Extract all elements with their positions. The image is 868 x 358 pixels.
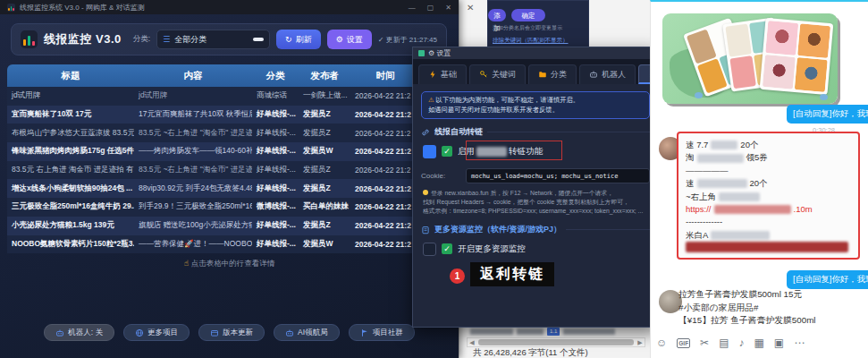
- image-icon[interactable]: ▦: [754, 337, 764, 349]
- censored-text: [711, 141, 737, 149]
- red-highlight-box: [466, 141, 562, 160]
- table-cell: 锋味派黑猪肉烤肉烤肠175g 任选5件...: [7, 142, 134, 161]
- table-cell: 发掘员W: [299, 235, 350, 254]
- tab-分类[interactable]: 分类: [528, 64, 577, 84]
- table-row[interactable]: 宜而爽船袜了10双 17元17元宜而爽船袜了共10双 秋季恒后石...好单线报-…: [7, 106, 420, 124]
- robot-icon: [589, 70, 598, 81]
- table-cell: 2026-04-22 21:2: [350, 161, 420, 180]
- table-row[interactable]: 小壳泌尿处方猫粮1.5kg 139元旗舰店 赠送吃100g小壳泌尿处方猫粮...…: [7, 217, 420, 235]
- message-text: 速: [686, 177, 695, 190]
- warning-icon: ⚠: [428, 96, 434, 104]
- toggle-checkbox[interactable]: [423, 145, 436, 158]
- message-line: 速20个: [686, 177, 851, 190]
- emoji-icon[interactable]: ☺: [656, 337, 667, 349]
- footer-button-x[interactable]: 版本更新: [198, 324, 265, 341]
- close-icon[interactable]: ✕: [467, 3, 474, 13]
- exclude-keywords-link[interactable]: 排除关键词（匹配则不显示）: [493, 37, 589, 45]
- censored-link: [686, 242, 848, 252]
- message-line: 米白A: [686, 229, 851, 242]
- toggle-checkbox[interactable]: [423, 243, 436, 256]
- table-cell: 发掘员Z: [299, 124, 350, 142]
- table-row[interactable]: 三元极致全脂250ml*16盒纯牛奶 29...到手29.9！三元极致全脂250…: [7, 198, 420, 217]
- scroll-right-icon[interactable]: ▶: [636, 338, 645, 346]
- table-cell: 好单线报-...: [252, 142, 299, 161]
- tab-机器人[interactable]: 机器人: [579, 64, 636, 84]
- message-text: 米白A: [686, 229, 708, 242]
- table-cell: 好单线报-...: [252, 124, 299, 142]
- blurred-text: [517, 328, 544, 335]
- footer-button-x[interactable]: 更多项目: [123, 324, 190, 341]
- chat-window: [自动回复]你好，我现 0:30:28 速 7.720个淘领5券—————速20…: [650, 0, 868, 358]
- more-icon[interactable]: ⋯: [794, 337, 805, 349]
- category-label: 分类:: [133, 34, 150, 45]
- file-icon[interactable]: ▤: [719, 337, 729, 349]
- settings-button[interactable]: ⚙设置: [327, 30, 372, 49]
- message-line: ~右上角: [686, 191, 851, 203]
- decor-pebble: [695, 92, 703, 98]
- table-cell: 88vip30.92元 到手24包无敌签4.48...: [134, 179, 252, 198]
- table-row[interactable]: NOOBO氨糖软骨素钙片150粒*2瓶3...——营养保健🚀进！——NOOBO …: [7, 235, 420, 254]
- column-header: 内容: [134, 64, 252, 87]
- sticker-sheet: [760, 18, 834, 95]
- spark-icon: [428, 70, 437, 81]
- table-cell: 发掘员Z: [299, 161, 350, 180]
- window-icon: [418, 50, 425, 56]
- footer-button-x[interactable]: 机器人: 关: [44, 324, 114, 341]
- maximize-icon[interactable]: ▢: [427, 4, 434, 12]
- product-image[interactable]: [662, 13, 838, 104]
- horizontal-scrollbar[interactable]: ◀ ▶: [467, 337, 645, 347]
- table-body: jd试用牌jd试用牌商城综话一剑陕上做...2026-04-22 21:2宜而爽…: [7, 87, 420, 253]
- scroll-left-icon[interactable]: ◀: [468, 338, 476, 346]
- table-header: 标题内容分类发布者时间: [7, 64, 420, 87]
- category-dropdown[interactable]: ☰ 全部分类: [156, 30, 270, 49]
- box-icon: [210, 328, 219, 337]
- censored-text: [719, 192, 760, 201]
- screenshot-icon[interactable]: ✂: [700, 337, 709, 349]
- more-resources-toggle-row: ✓ 开启更多资源监控: [423, 240, 650, 258]
- confirm-button[interactable]: 确定: [511, 9, 545, 21]
- main-window: 线报监控系统 V3.0 - 网购库 & 对话监测 — ▢ ✕ 线报监控 V3.0…: [0, 0, 459, 358]
- tab-label: 分类: [551, 69, 567, 81]
- message-text: 淘: [686, 151, 695, 164]
- screen: ✕ 1.1 ◀ ▶ 共 26,428,426 字节(11 个文件) 添加 确定 …: [0, 0, 868, 358]
- table-row[interactable]: jd试用牌jd试用牌商城综话一剑陕上做...2026-04-22 21:2: [7, 87, 420, 106]
- message-line: https://.10m: [686, 203, 851, 216]
- table-cell: 发掘员Z: [299, 217, 350, 235]
- screen-share-icon[interactable]: ▣: [774, 337, 784, 349]
- table-cell: 商城综话: [252, 87, 299, 106]
- list-icon: ☰: [163, 35, 170, 44]
- gif-icon[interactable]: GIF: [677, 338, 690, 348]
- refresh-button[interactable]: ↻刷新: [276, 30, 321, 49]
- table-cell: 2026-04-22 21:2: [350, 124, 420, 142]
- link-icon: [421, 128, 430, 137]
- dialog-titlebar: ⚙ 设置: [413, 47, 658, 59]
- table-cell: 83.5元 右上角进 淘金币 进足迹拍 有...: [7, 161, 134, 180]
- minimize-icon[interactable]: —: [409, 4, 416, 12]
- footer-button-AIx[interactable]: AI领航局: [274, 324, 340, 341]
- add-button[interactable]: 添加: [488, 9, 506, 21]
- column-header: 标题: [7, 64, 134, 87]
- close-icon[interactable]: ✕: [445, 4, 451, 12]
- table-cell: 83.5元 ~右上角进 "淘金币" 进足迹...: [134, 161, 252, 180]
- voice-icon[interactable]: ♪: [739, 337, 745, 349]
- column-header: 分类: [252, 64, 299, 87]
- blurred-text: [563, 328, 615, 335]
- table-row[interactable]: 锋味派黑猪肉烤肉烤肠175g 任选5件...——烤肉烤肠发车——领140-60补…: [7, 142, 420, 161]
- section-auto-link: 线报自动转链: [421, 126, 650, 138]
- deal-text-message: 拉芳鱼子酱膏护发膜500ml 15元 #小卖部の家居用品# 【¥15】拉芳 鱼子…: [678, 288, 816, 328]
- table-row[interactable]: 增达x线条小狗柔韧软抽90抽24包 ...88vip30.92元 到手24包无敌…: [7, 179, 420, 198]
- footer-button-x[interactable]: 项目社群: [349, 324, 415, 341]
- table-row[interactable]: 布根坞山宁参冰悠大豆蔻凉拔 83.5元83.5元 ~右上角进 "淘金币" 进足迹…: [7, 124, 420, 142]
- censored-text: [697, 179, 747, 188]
- scrollbar-thumb[interactable]: [478, 339, 634, 345]
- footer-button-label: 项目社群: [373, 328, 403, 338]
- tab-label: 基础: [441, 69, 457, 81]
- lightbulb-icon: [423, 190, 428, 195]
- tab-关键词[interactable]: 关键词: [469, 64, 526, 84]
- tab-基础[interactable]: 基础: [418, 64, 467, 84]
- folder-icon: [538, 70, 547, 81]
- blurred-text: [470, 328, 513, 335]
- table-row[interactable]: 83.5元 右上角进 淘金币 进足迹拍 有...83.5元 ~右上角进 "淘金币…: [7, 161, 420, 180]
- dialog-title: ⚙ 设置: [428, 48, 451, 58]
- cookie-input[interactable]: mochu_us_load=mochu_us; mochu_us_notice: [466, 168, 650, 183]
